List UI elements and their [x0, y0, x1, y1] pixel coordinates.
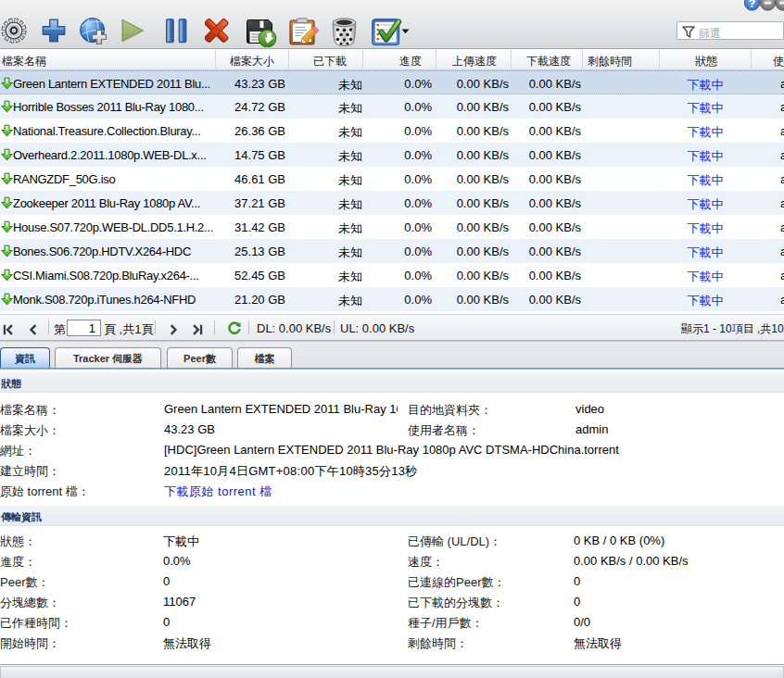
svg-text:?: ? — [749, 0, 755, 10]
